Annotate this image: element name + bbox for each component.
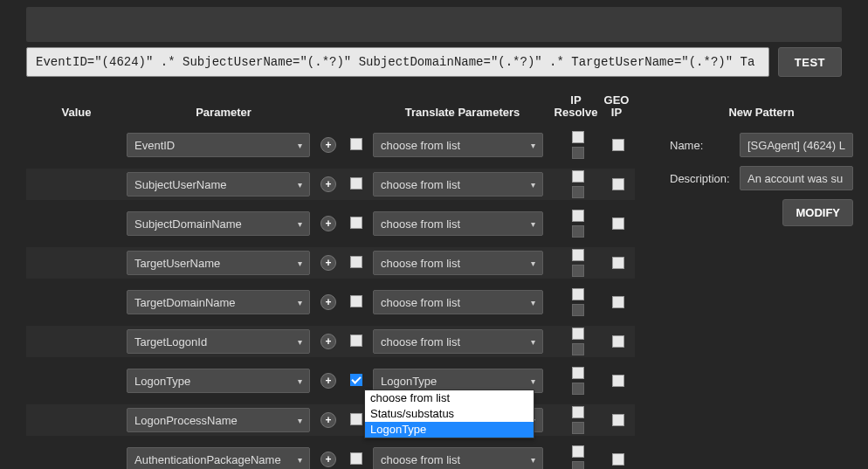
parameter-select-value: AuthenticationPackageName — [134, 453, 281, 466]
parameter-select[interactable]: LogonType▾ — [127, 369, 310, 393]
dropdown-option[interactable]: LogonType — [365, 422, 534, 438]
table-row: TargetUserName▾+choose from list▾ — [26, 247, 635, 279]
add-button[interactable]: + — [320, 373, 336, 389]
parameter-select[interactable]: AuthenticationPackageName▾ — [127, 447, 310, 469]
table-row: EventID▾+choose from list▾ — [26, 129, 635, 161]
dropdown-option[interactable]: choose from list — [365, 390, 534, 406]
chevron-down-icon: ▾ — [298, 416, 302, 425]
translate-enable-checkbox[interactable] — [350, 138, 362, 150]
ip-resolve-secondary-checkbox[interactable] — [572, 304, 584, 316]
parameter-select-value: LogonProcessName — [134, 414, 238, 427]
add-button[interactable]: + — [320, 452, 336, 467]
ip-resolve-secondary-checkbox[interactable] — [572, 422, 584, 434]
parameter-select-value: TargetDomainName — [134, 296, 236, 309]
parameter-select-value: SubjectDomainName — [134, 217, 242, 231]
parameter-select-value: EventID — [134, 139, 175, 152]
parameter-select[interactable]: EventID▾ — [127, 133, 310, 157]
ip-resolve-secondary-checkbox[interactable] — [572, 147, 584, 159]
translate-select[interactable]: choose from list▾ — [373, 290, 543, 314]
table-header-row: Value Parameter Translate Parameters IPR… — [26, 93, 635, 119]
ip-resolve-checkbox[interactable] — [572, 367, 584, 379]
add-button[interactable]: + — [320, 137, 336, 153]
translate-enable-checkbox[interactable] — [350, 295, 362, 307]
ip-resolve-checkbox[interactable] — [572, 445, 584, 458]
translate-select-value: choose from list — [381, 257, 460, 270]
header-ip-resolve: IPResolve — [552, 94, 600, 119]
ip-resolve-checkbox[interactable] — [572, 210, 584, 222]
ip-resolve-secondary-checkbox[interactable] — [572, 186, 584, 198]
parameters-table: Value Parameter Translate Parameters IPR… — [26, 93, 635, 469]
top-empty-panel — [26, 7, 842, 42]
chevron-down-icon: ▾ — [531, 337, 535, 347]
ip-resolve-secondary-checkbox[interactable] — [572, 461, 584, 469]
ip-resolve-checkbox[interactable] — [572, 328, 584, 340]
parameter-select[interactable]: TargetDomainName▾ — [127, 290, 310, 314]
translate-enable-checkbox[interactable] — [350, 177, 362, 190]
header-geo-ip: GEOIP — [600, 94, 633, 119]
add-button[interactable]: + — [320, 294, 336, 310]
translate-dropdown-list[interactable]: choose from listStatus/substatusLogonTyp… — [364, 390, 534, 438]
ip-resolve-checkbox[interactable] — [572, 249, 584, 261]
geo-ip-checkbox[interactable] — [612, 257, 624, 269]
parameter-select-value: TargetLogonId — [134, 335, 207, 348]
geo-ip-checkbox[interactable] — [612, 139, 624, 151]
header-value: Value — [26, 106, 127, 119]
geo-ip-checkbox[interactable] — [612, 296, 624, 308]
add-button[interactable]: + — [320, 334, 336, 349]
ip-resolve-checkbox[interactable] — [572, 406, 584, 418]
translate-enable-checkbox[interactable] — [350, 256, 362, 268]
parameter-select[interactable]: TargetUserName▾ — [127, 251, 310, 275]
translate-enable-checkbox[interactable] — [350, 335, 362, 347]
test-button[interactable]: TEST — [778, 47, 842, 77]
modify-button[interactable]: MODIFY — [782, 199, 853, 226]
add-button[interactable]: + — [320, 176, 336, 192]
add-button[interactable]: + — [320, 255, 336, 271]
ip-resolve-secondary-checkbox[interactable] — [572, 343, 584, 355]
description-input[interactable]: An account was su — [740, 166, 853, 190]
description-label: Description: — [670, 172, 740, 185]
translate-enable-checkbox[interactable] — [350, 374, 362, 386]
geo-ip-checkbox[interactable] — [612, 453, 624, 466]
geo-ip-checkbox[interactable] — [612, 414, 624, 426]
ip-resolve-secondary-checkbox[interactable] — [572, 225, 584, 238]
translate-select[interactable]: choose from list▾ — [373, 172, 543, 197]
header-parameter: Parameter — [127, 106, 320, 119]
dropdown-option[interactable]: Status/substatus — [365, 406, 534, 422]
parameter-select-value: TargetUserName — [134, 257, 220, 270]
parameter-select[interactable]: LogonProcessName▾ — [127, 408, 310, 432]
table-row: SubjectUserName▾+choose from list▾ — [26, 169, 635, 200]
translate-select[interactable]: choose from list▾ — [373, 447, 543, 469]
parameter-select[interactable]: SubjectDomainName▾ — [127, 211, 310, 236]
parameter-select[interactable]: SubjectUserName▾ — [127, 172, 310, 197]
ip-resolve-checkbox[interactable] — [572, 170, 584, 183]
pattern-bar: EventID="(4624)" .* SubjectUserName="(.*… — [26, 47, 842, 77]
ip-resolve-checkbox[interactable] — [572, 131, 584, 143]
geo-ip-checkbox[interactable] — [612, 375, 624, 387]
add-button[interactable]: + — [320, 216, 336, 231]
name-input[interactable]: [SGAgent] (4624) L — [740, 133, 853, 157]
chevron-down-icon: ▾ — [531, 259, 535, 268]
ip-resolve-checkbox[interactable] — [572, 288, 584, 300]
chevron-down-icon: ▾ — [298, 259, 302, 268]
geo-ip-checkbox[interactable] — [612, 217, 624, 230]
translate-select-value: choose from list — [381, 335, 460, 348]
translate-enable-checkbox[interactable] — [350, 217, 362, 229]
chevron-down-icon: ▾ — [298, 376, 302, 386]
parameter-select[interactable]: TargetLogonId▾ — [127, 329, 310, 354]
table-row: TargetDomainName▾+choose from list▾ — [26, 286, 635, 318]
chevron-down-icon: ▾ — [531, 219, 535, 229]
translate-select[interactable]: choose from list▾ — [373, 251, 543, 275]
ip-resolve-secondary-checkbox[interactable] — [572, 383, 584, 395]
translate-select[interactable]: choose from list▾ — [373, 133, 543, 157]
geo-ip-checkbox[interactable] — [612, 178, 624, 190]
ip-resolve-secondary-checkbox[interactable] — [572, 265, 584, 277]
translate-enable-checkbox[interactable] — [350, 413, 362, 425]
translate-select[interactable]: choose from list▾ — [373, 211, 543, 236]
add-button[interactable]: + — [320, 412, 336, 428]
pattern-input[interactable]: EventID="(4624)" .* SubjectUserName="(.*… — [26, 47, 769, 77]
geo-ip-checkbox[interactable] — [612, 335, 624, 348]
chevron-down-icon: ▾ — [298, 141, 302, 150]
translate-select-value: LogonType — [381, 375, 437, 388]
translate-enable-checkbox[interactable] — [350, 452, 362, 465]
translate-select[interactable]: choose from list▾ — [373, 329, 543, 354]
